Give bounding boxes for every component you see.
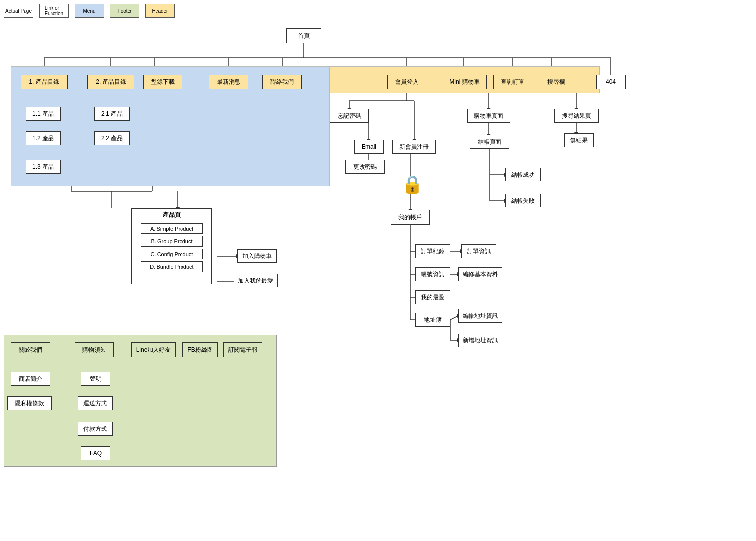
- node-privacy[interactable]: 隱私權條款: [7, 396, 52, 410]
- node-cart-page[interactable]: 購物車頁面: [467, 109, 510, 123]
- node-statement[interactable]: 聲明: [81, 372, 110, 386]
- node-shop-intro[interactable]: 商店簡介: [11, 372, 50, 386]
- node-cat2[interactable]: 2. 產品目錄: [87, 75, 134, 89]
- lock-icon: 🔒: [401, 174, 423, 195]
- legend-box-menu: Menu: [75, 4, 104, 18]
- node-homepage[interactable]: 首頁: [286, 28, 321, 43]
- legend-header: Header: [145, 4, 175, 18]
- node-p12[interactable]: 1.2 產品: [26, 131, 61, 145]
- node-no-result[interactable]: 無結果: [564, 133, 594, 147]
- node-add-to-cart[interactable]: 加入購物車: [237, 249, 277, 263]
- node-subscribe[interactable]: 訂閱電子報: [223, 342, 262, 357]
- node-shopping-note[interactable]: 購物須知: [75, 342, 114, 357]
- node-my-account[interactable]: 我的帳戶: [391, 210, 430, 225]
- legend: Actual Page Link orFunction Menu Footer …: [4, 4, 175, 18]
- node-address-mgr[interactable]: 地址簿: [415, 313, 450, 327]
- node-checkout-fail[interactable]: 結帳失敗: [505, 194, 541, 207]
- node-edit-basic[interactable]: 編修基本資料: [458, 267, 502, 281]
- legend-box-link: Link orFunction: [39, 4, 69, 18]
- node-add-address[interactable]: 新增地址資訊: [458, 334, 502, 347]
- node-search-result[interactable]: 搜尋結果頁: [554, 109, 599, 123]
- node-forgot-pw[interactable]: 忘記密碼: [330, 109, 369, 123]
- node-order-detail[interactable]: 訂單資訊: [461, 244, 496, 258]
- node-add-to-wishlist[interactable]: 加入我的最愛: [234, 274, 278, 287]
- node-config-product[interactable]: C. Config Product: [141, 249, 203, 259]
- node-404[interactable]: 404: [596, 75, 626, 89]
- node-order-history[interactable]: 訂單紀錄: [415, 244, 450, 258]
- product-page-title: 產品頁: [134, 211, 209, 219]
- node-simple-product[interactable]: A. Simple Product: [141, 223, 203, 234]
- node-p13[interactable]: 1.3 產品: [26, 160, 61, 174]
- node-product-page[interactable]: 產品頁 A. Simple Product B. Group Product C…: [131, 208, 212, 284]
- node-contact[interactable]: 聯絡我們: [262, 75, 302, 89]
- node-new-member[interactable]: 新會員注冊: [392, 140, 436, 154]
- node-member-login[interactable]: 會員登入: [387, 75, 426, 89]
- legend-actual: Actual Page: [4, 4, 33, 18]
- node-cat1[interactable]: 1. 產品目錄: [21, 75, 68, 89]
- legend-box-actual: Actual Page: [4, 4, 33, 18]
- node-shipping[interactable]: 運送方式: [78, 396, 113, 410]
- node-group-product[interactable]: B. Group Product: [141, 236, 203, 247]
- node-account-info[interactable]: 帳號資訊: [415, 267, 450, 281]
- node-checkout-page[interactable]: 結帳頁面: [470, 135, 509, 149]
- legend-menu: Menu: [75, 4, 104, 18]
- legend-box-footer: Footer: [110, 4, 139, 18]
- node-p11[interactable]: 1.1 產品: [26, 107, 61, 121]
- node-my-wishlist[interactable]: 我的最愛: [415, 290, 450, 304]
- node-change-pw[interactable]: 更改密碼: [345, 160, 385, 174]
- legend-box-header: Header: [145, 4, 175, 18]
- node-fb-fans[interactable]: FB粉絲圈: [182, 342, 218, 357]
- node-p21[interactable]: 2.1 產品: [94, 107, 130, 121]
- node-search[interactable]: 搜尋欄: [539, 75, 574, 89]
- node-faq[interactable]: FAQ: [81, 446, 110, 460]
- node-about-us[interactable]: 關於我們: [11, 342, 50, 357]
- legend-footer: Footer: [110, 4, 139, 18]
- svg-line-62: [450, 316, 458, 320]
- node-news[interactable]: 最新消息: [209, 75, 248, 89]
- node-p22[interactable]: 2.2 產品: [94, 131, 130, 145]
- node-checkout-ok[interactable]: 結帳成功: [505, 168, 541, 181]
- node-mini-cart[interactable]: Mini 購物車: [443, 75, 487, 89]
- node-edit-address[interactable]: 編修地址資訊: [458, 309, 502, 323]
- node-download[interactable]: 型錄下載: [143, 75, 182, 89]
- node-payment[interactable]: 付款方式: [78, 422, 113, 436]
- legend-link: Link orFunction: [39, 4, 69, 18]
- node-check-order[interactable]: 查詢訂單: [493, 75, 532, 89]
- node-bundle-product[interactable]: D. Bundle Product: [141, 261, 203, 272]
- node-line-friend[interactable]: Line加入好友: [131, 342, 176, 357]
- node-email[interactable]: Email: [354, 140, 384, 154]
